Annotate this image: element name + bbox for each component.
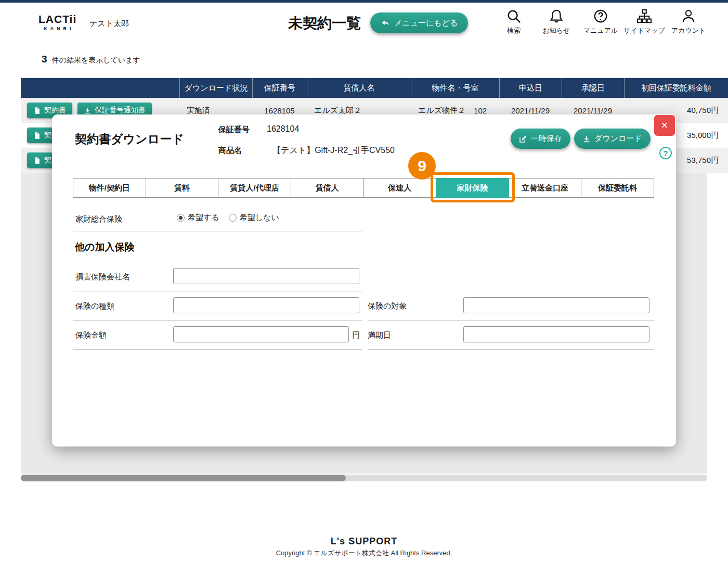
nav-label-search: 検索 [507,26,521,35]
insurance-amount-label: 保険金額 [75,330,107,340]
column-header-guarantee-no: 保証番号 [252,78,307,98]
document-icon [33,132,41,139]
tab-household-insurance[interactable]: 家財保険 [436,178,509,198]
nav-label-sitemap: サイトマップ [623,26,665,35]
radio-unselected-icon [229,214,237,222]
download-icon [582,135,591,143]
insurance-type-input[interactable] [173,297,359,313]
download-label: ダウンロード [594,134,642,144]
modal-title: 契約書ダウンロード [75,131,184,147]
form-divider [73,232,362,232]
tab-rent[interactable]: 賃料 [146,178,219,198]
form-divider [73,291,362,291]
search-icon [506,8,522,24]
contract-doc-label: 契約書 [44,106,66,115]
product-name-label: 商品名 [218,146,242,156]
account-icon [681,8,696,24]
document-icon [33,157,41,164]
tab-transfer-account[interactable]: 立替送金口座 [509,178,582,198]
form-divider [368,349,654,350]
results-bar: 3 件の結果を表示しています [42,54,140,65]
tab-landlord-agency[interactable]: 賃貸人/代理店 [218,178,291,198]
other-insurance-section-title: 他の加入保険 [75,240,134,254]
modal-tabs: 物件/契約日 賃料 賃貸人/代理店 賃借人 保連人 家財保険 立替送金口座 保証… [73,178,654,198]
tutorial-step-badge: 9 [408,152,436,180]
column-header-initial-fee: 初回保証委託料金額 [624,78,728,98]
nav-item-search[interactable]: 検索 [490,8,537,35]
back-button-label: メニューにもどる [394,18,458,28]
insurance-company-input[interactable] [173,268,359,284]
radio-option-yes[interactable]: 希望する [177,213,219,223]
app-logo[interactable]: LACTii KANRI [38,14,76,31]
product-name-value: 【テスト】Gift-J-R2_引手CV550 [272,145,395,156]
radio-yes-label: 希望する [188,213,219,223]
contract-download-modal: × 契約書ダウンロード 保証番号 1628104 商品名 【テスト】Gift-J… [52,114,676,447]
guarantee-no-value: 1628104 [267,124,299,134]
download-button[interactable]: ダウンロード [574,129,651,149]
bell-icon [549,8,564,24]
table-header-row: ダウンロード状況 保証番号 賃借人名 物件名・号室 申込日 承認日 初回保証委託… [21,78,728,98]
radio-no-label: 希望しない [240,213,279,223]
expiry-date-label: 満期日 [368,330,391,340]
insurance-radio-group: 希望する 希望しない [177,213,279,223]
insurance-company-label: 損害保険会社名 [75,272,130,282]
logo-subtext: KANRI [38,26,76,31]
nav-label-manual: マニュアル [583,26,618,35]
top-accent-bar [0,0,728,3]
help-circle-icon [593,8,608,24]
help-icon[interactable]: ? [659,147,672,159]
tab-tenant[interactable]: 賃借人 [291,178,364,198]
column-header-approval-date: 承認日 [562,78,624,98]
household-insurance-label: 家財総合保険 [75,214,122,224]
page: LACTii KANRI テスト太郎 未契約一覧 メニューにもどる 検索 お知ら… [0,0,728,561]
nav-label-notifications: お知らせ [543,26,570,35]
sitemap-icon [636,8,652,24]
logo-text: LACTii [38,14,76,24]
download-icon [84,107,92,114]
tab-guarantee-fee[interactable]: 保証委託料 [581,178,654,198]
radio-option-no[interactable]: 希望しない [229,213,279,223]
results-count: 3 [42,54,47,65]
guarantee-no-label: 保証番号 [218,125,250,135]
expiry-date-input[interactable] [463,326,649,342]
column-header-tenant: 賃借人名 [307,78,411,98]
room-number: 102 [474,106,487,115]
amount-unit-label: 円 [352,330,360,340]
insurance-amount-input[interactable] [173,326,349,342]
document-icon [33,107,41,114]
back-to-menu-button[interactable]: メニューにもどる [370,12,468,33]
column-header-download-status: ダウンロード状況 [179,78,252,98]
nav-item-notifications[interactable]: お知らせ [533,8,580,35]
radio-selected-icon [177,214,185,222]
column-header-actions [21,78,179,98]
scrollbar-thumb[interactable] [21,475,346,481]
property-name: エルズ物件２ [418,106,465,116]
column-header-apply-date: 申込日 [499,78,562,98]
nav-item-account[interactable]: アカウント [665,8,712,35]
insurance-target-label: 保険の対象 [368,301,407,311]
temp-save-label: 一時保存 [531,134,562,144]
form-divider [73,349,362,350]
column-header-property: 物件名・号室 [411,78,499,98]
form-divider [73,320,362,321]
form-divider [368,320,654,321]
edit-icon [519,135,527,143]
nav-item-sitemap[interactable]: サイトマップ [621,8,668,35]
temp-save-button[interactable]: 一時保存 [511,129,570,149]
nav-item-manual[interactable]: マニュアル [577,8,624,35]
footer-logo: L's SUPPORT [0,536,728,547]
horizontal-scrollbar[interactable] [21,475,707,481]
results-text: 件の結果を表示しています [52,56,140,65]
guarantee-notice-label: 保証番号通知書 [95,106,146,115]
copyright: Copyright © エルズサポート株式会社 All Rights Reser… [0,549,728,558]
tab-guarantor[interactable]: 保連人 [363,178,437,198]
user-name: テスト太郎 [89,19,129,29]
insurance-target-input[interactable] [463,297,649,313]
back-arrow-icon [381,18,390,28]
close-icon[interactable]: × [654,115,675,136]
insurance-type-label: 保険の種類 [75,301,114,311]
tab-property-contract-date[interactable]: 物件/契約日 [73,178,146,198]
nav-label-account: アカウント [671,26,706,35]
